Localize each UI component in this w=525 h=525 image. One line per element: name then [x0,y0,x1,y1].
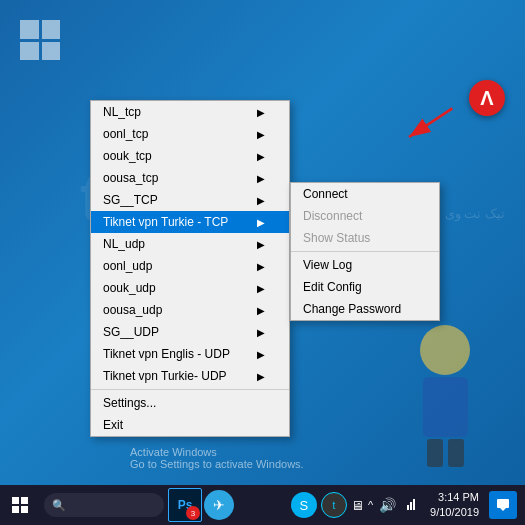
red-arrow [389,105,469,145]
menu-item-sg-udp[interactable]: SG__UDP ▶ [91,321,289,343]
submenu-connect[interactable]: Connect [291,183,439,205]
windows-logo [20,20,80,80]
menu-item-oousa-udp[interactable]: oousa_udp ▶ [91,299,289,321]
context-menu-sub: Connect Disconnect Show Status View Log … [290,182,440,321]
skype-tray-icon[interactable]: S [291,492,317,518]
svg-line-1 [409,108,452,137]
submenu-show-status[interactable]: Show Status [291,227,439,249]
menu-item-sg-tcp[interactable]: SG__TCP ▶ [91,189,289,211]
menu-item-exit[interactable]: Exit [91,414,289,436]
menu-item-oouk-tcp[interactable]: oouk_tcp ▶ [91,145,289,167]
taskbar: 🔍 Ps 3 ✈ S t 🖥 ^ 🔊 [0,485,525,525]
context-menu-main: NL_tcp ▶ oonl_tcp ▶ oouk_tcp ▶ oousa_tcp… [90,100,290,437]
menu-item-nl-tcp[interactable]: NL_tcp ▶ [91,101,289,123]
svg-rect-9 [497,499,509,508]
menu-item-oonl-udp[interactable]: oonl_udp ▶ [91,255,289,277]
notification-button[interactable] [489,491,517,519]
search-bar[interactable]: 🔍 [44,493,164,517]
tray-overflow-icon[interactable]: ^ [368,499,373,511]
submenu-edit-config[interactable]: Edit Config [291,276,439,298]
taskbar-telegram[interactable]: ✈ [202,488,236,522]
menu-item-tiknet-englis-udp[interactable]: Tiknet vpn Englis - UDP ▶ [91,343,289,365]
svg-marker-10 [500,508,506,511]
start-button[interactable] [0,485,40,525]
menu-item-tiknet-turkie-tcp[interactable]: Tiknet vpn Turkie - TCP ▶ [91,211,289,233]
svg-rect-7 [410,502,412,510]
ps-badge: 3 [186,506,200,520]
menu-divider [91,389,289,390]
svg-rect-6 [407,505,409,510]
taskbar-photoshop[interactable]: Ps 3 [168,488,202,522]
desktop: tknet وی‌پی‌ان تیک نت وی پی ان همیشه Λ N… [0,0,525,525]
svg-rect-2 [12,497,19,504]
system-clock[interactable]: 3:14 PM 9/10/2019 [424,490,485,521]
telegram-icon: ✈ [204,490,234,520]
submenu-divider [291,251,439,252]
activate-windows-overlay: Activate Windows Go to Settings to activ… [130,446,304,470]
svg-rect-8 [413,499,415,510]
menu-item-nl-udp[interactable]: NL_udp ▶ [91,233,289,255]
vpn-tray-icon[interactable]: t [321,492,347,518]
submenu-view-log[interactable]: View Log [291,254,439,276]
system-tray: S t 🖥 ^ 🔊 3:14 PM 9/10/2019 [291,490,525,521]
network-tray-icon[interactable]: 🖥 [351,498,364,513]
svg-rect-3 [21,497,28,504]
submenu-change-password[interactable]: Change Password [291,298,439,320]
menu-item-oouk-udp[interactable]: oouk_udp ▶ [91,277,289,299]
menu-item-oonl-tcp[interactable]: oonl_tcp ▶ [91,123,289,145]
svg-rect-5 [21,506,28,513]
volume-tray-icon[interactable]: 🔊 [377,495,398,515]
cartoon-character [395,325,495,465]
menu-item-tiknet-turkie-udp[interactable]: Tiknet vpn Turkie- UDP ▶ [91,365,289,387]
svg-rect-4 [12,506,19,513]
menu-item-settings[interactable]: Settings... [91,392,289,414]
red-badge: Λ [469,80,505,116]
menu-item-oousa-tcp[interactable]: oousa_tcp ▶ [91,167,289,189]
submenu-disconnect[interactable]: Disconnect [291,205,439,227]
network-wifi-icon[interactable] [402,495,420,516]
